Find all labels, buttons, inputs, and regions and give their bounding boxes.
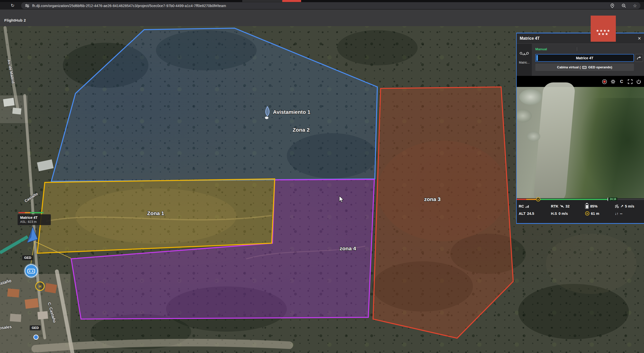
flighthub-brand: FlightHub 2 (4, 18, 26, 22)
panel-title: Matrice 4T (520, 36, 540, 41)
progress-current-tick (608, 198, 608, 201)
altitude: ALT 24.5 (519, 211, 551, 216)
device-list-sidebar[interactable]: Matric... (517, 44, 532, 76)
omnibox[interactable]: fh.dji.com/organization/25d6bf6b-2f12-44… (21, 2, 640, 9)
rc-controller-icon (582, 66, 587, 69)
browser-urlbar: ↻ fh.dji.com/organization/25d6bf6b-2f12-… (0, 2, 644, 10)
rc-operator-marker[interactable] (24, 263, 39, 278)
progress-segment-green (538, 199, 608, 200)
virtual-cabin-button[interactable]: Cabina virtual ( GED operando) (535, 64, 634, 71)
device-select-accent (536, 55, 538, 61)
battery-status: 85% (585, 204, 615, 209)
screen: H Avistamiento 1 Zona 2 Zona 1 zona 3 zo… (0, 0, 644, 353)
browser-tab-red-indicator (282, 0, 301, 2)
bookmark-star-icon[interactable]: ☆ (633, 3, 637, 8)
home-point-marker[interactable]: H (36, 282, 44, 290)
label-avistamiento: Avistamiento 1 (273, 109, 310, 115)
device-select-button[interactable]: Matrice 4T (535, 54, 634, 62)
drone-asl: ASL: 823 m (20, 220, 48, 224)
satellite-icon (560, 204, 564, 208)
label-zona3: zona 3 (424, 196, 440, 202)
device-panel-header: Matrice 4T × (517, 33, 644, 44)
flighthub-appbar: FlightHub 2 (0, 10, 644, 26)
close-icon[interactable]: × (638, 36, 641, 41)
video-frame (517, 87, 644, 198)
video-rock (517, 109, 532, 122)
horizontal-speed: H.S 0 m/s (551, 211, 585, 216)
reload-icon[interactable]: ↻ (10, 3, 16, 9)
device-panel: Matrice 4T × Matric... Manual (516, 33, 644, 224)
device-selector-content: Manual Matrice 4T Cabina virtual ( (532, 44, 644, 76)
settings-gear-icon[interactable] (610, 79, 616, 84)
zone-polygon-zona3[interactable] (373, 87, 513, 338)
drone-position-marker[interactable] (27, 227, 38, 243)
drone-signal-minibar (18, 212, 44, 213)
device-selector-section: Matric... Manual Matrice 4T (517, 44, 644, 76)
drone-info-card[interactable]: Matrice 4T ASL: 823 m (18, 214, 51, 225)
record-icon[interactable] (602, 79, 607, 84)
ged2-dot-marker[interactable] (34, 335, 38, 339)
street-av-de-madrid: Av. de Madrid (7, 59, 16, 84)
label-zona1: Zona 1 (147, 210, 164, 216)
ged-label-2: GED (30, 325, 41, 330)
flight-progress-bar[interactable]: H 24:16 (517, 199, 644, 200)
site-settings-icon[interactable] (25, 3, 30, 8)
url-text[interactable]: fh.dji.com/organization/25d6bf6b-2f12-44… (32, 4, 605, 8)
telemetry-grid: RC RTK 32 85% (517, 202, 644, 216)
logo-stars-row2: ★★★ (598, 32, 609, 36)
svg-text:H: H (39, 284, 42, 288)
mouse-cursor (339, 195, 345, 203)
label-zona2: Zona 2 (293, 127, 310, 133)
device-select-label: Matrice 4T (536, 56, 633, 60)
fullscreen-icon[interactable] (627, 79, 633, 84)
label-zona4: zona 4 (340, 245, 356, 251)
telemetry-section: H 24:16 RC RTK 32 (517, 198, 644, 223)
vertical-speed: ↓↑ -- (615, 211, 644, 216)
progress-segment-red (517, 199, 526, 200)
home-icon: H (585, 211, 589, 216)
ged-label-1: GED (22, 255, 33, 260)
mode-divider (577, 47, 577, 51)
cabin-text-prefix: Cabina virtual ( (557, 65, 581, 69)
cabin-text-suffix: GED operando) (588, 65, 612, 69)
mode-tab-manual[interactable]: Manual (535, 47, 547, 51)
device-list-item-label: Matric... (519, 61, 530, 64)
browser-tab-sliver[interactable] (242, 0, 282, 2)
wind-icon (615, 205, 619, 208)
video-toolbar: C (602, 79, 641, 84)
rc-signal: RC (519, 204, 551, 209)
flight-time-badge: 24:16 (609, 197, 617, 201)
browser-tabstrip (0, 0, 644, 2)
drone-icon (519, 51, 530, 58)
video-rock (519, 89, 542, 105)
share-device-button[interactable] (635, 54, 643, 62)
home-distance: H 61 m (585, 211, 615, 216)
video-feed[interactable]: C (517, 76, 644, 198)
battery-icon (585, 204, 589, 209)
madrid-flag-logo: ★★★★ ★★★ (591, 16, 616, 42)
power-icon[interactable] (636, 79, 641, 84)
share-arrow-icon (637, 56, 641, 60)
zone-polygon-zona1[interactable] (37, 179, 275, 253)
drone-name: Matrice 4T (20, 216, 48, 220)
wind-status: ↗ 5 m/s (615, 204, 644, 209)
video-vegetation (579, 98, 644, 198)
rtk-status: RTK 32 (551, 204, 585, 209)
progress-home-marker[interactable]: H (536, 197, 540, 201)
zoom-out-icon[interactable] (621, 3, 626, 8)
location-pin-icon[interactable] (610, 3, 615, 8)
refresh-icon[interactable]: C (619, 79, 624, 84)
rc-signal-bars-icon (526, 205, 529, 208)
